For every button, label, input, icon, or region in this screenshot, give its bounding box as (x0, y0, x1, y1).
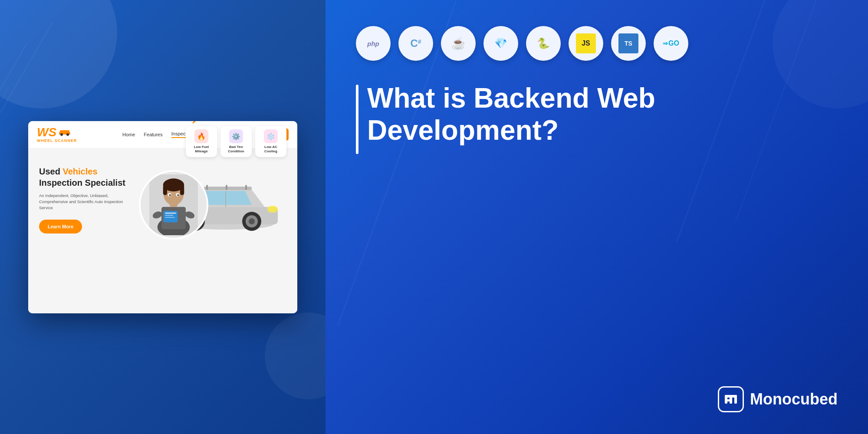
hero-heading-used: Used (39, 167, 62, 176)
tech-icons-row: php C # ☕ 💎 🐍 JS TS (356, 26, 838, 61)
nav-features[interactable]: Features (144, 132, 162, 137)
tech-icon-ruby: 💎 (483, 26, 518, 61)
svg-point-19 (177, 194, 179, 196)
low-ac-label: Low AC Cooling (260, 145, 282, 153)
svg-point-0 (60, 133, 63, 136)
svg-point-18 (169, 194, 171, 196)
svg-rect-33 (206, 185, 208, 190)
go-arrow-icon: ⇒ (663, 40, 668, 47)
ts-box: TS (618, 33, 638, 53)
low-fuel-label: Low Fuel Mileage (190, 145, 213, 153)
svg-rect-40 (725, 399, 731, 401)
right-panel: php C # ☕ 💎 🐍 JS TS (326, 0, 868, 434)
python-label: 🐍 (537, 37, 550, 49)
low-ac-icon: ❄️ (264, 129, 278, 143)
nav-home[interactable]: Home (122, 132, 135, 137)
mockup-hero: Used Vehicles Inspection Specialist An I… (28, 148, 297, 313)
svg-rect-32 (204, 187, 252, 190)
hero-text: Used Vehicles Inspection Specialist An I… (39, 166, 135, 234)
ts-label: TS (625, 40, 632, 47)
svg-rect-39 (725, 395, 737, 398)
right-heading-area: What is Backend Web Development? (356, 82, 838, 408)
badge-low-fuel: 🔥 Low Fuel Mileage (186, 126, 217, 157)
js-label: JS (582, 39, 590, 47)
heading-line1: What is Backend Web (367, 82, 655, 114)
go-label: GO (668, 39, 679, 47)
hero-heading-vehicles: Vehicles (62, 167, 97, 176)
js-box: JS (576, 33, 596, 53)
logo-ws-text: WS (37, 126, 56, 138)
bad-tire-icon: ⚙️ (229, 129, 243, 143)
tech-icon-python: 🐍 (526, 26, 561, 61)
tech-icon-ts: TS (611, 26, 646, 61)
go-icon: ⇒ GO (663, 39, 679, 47)
monocubed-logo-box (718, 386, 744, 412)
svg-point-31 (249, 218, 255, 224)
tech-icon-csharp: C # (398, 26, 433, 61)
svg-rect-8 (165, 212, 176, 214)
svg-rect-34 (226, 185, 227, 190)
svg-point-24 (267, 206, 278, 213)
java-label: ☕ (451, 37, 465, 50)
learn-more-button[interactable]: Learn More (39, 220, 82, 233)
csharp-label: C (410, 37, 418, 49)
heading-line2: Development? (367, 115, 559, 146)
php-label: php (367, 40, 379, 47)
hero-heading: Used Vehicles Inspection Specialist (39, 166, 135, 188)
tech-icon-java: ☕ (441, 26, 476, 61)
svg-rect-35 (245, 185, 247, 190)
low-fuel-icon: 🔥 (194, 129, 208, 143)
left-panel: WS WHEEL SCANNER Home Features Inspectio… (0, 0, 326, 434)
tech-icon-php: php (356, 26, 391, 61)
heading-bar (356, 85, 358, 154)
tech-icon-go: ⇒ GO (654, 26, 688, 61)
monocubed-label: Monocubed (750, 390, 838, 408)
badge-low-ac: ❄️ Low AC Cooling (255, 126, 286, 157)
bad-tire-label: Bad Tire Condition (225, 145, 247, 153)
badge-bad-tire: ⚙️ Bad Tire Condition (220, 126, 252, 157)
monocubed-branding: Monocubed (718, 386, 838, 412)
feature-badges: 🔥 Low Fuel Mileage ⚙️ Bad Tire Condition… (186, 126, 286, 157)
hero-description: An Independent, Objective, Unbiased, Com… (39, 193, 135, 211)
svg-rect-15 (180, 185, 184, 195)
monocubed-logo-icon (723, 391, 739, 407)
tech-icon-js: JS (569, 26, 603, 61)
hero-heading-line2: Inspection Specialist (39, 178, 125, 187)
arrow-decoration (191, 121, 213, 127)
mechanic-person-svg (148, 174, 200, 235)
main-heading: What is Backend Web Development? (367, 82, 655, 146)
ruby-label: 💎 (494, 37, 507, 49)
logo-area: WS WHEEL SCANNER (37, 126, 77, 143)
svg-rect-14 (163, 185, 167, 195)
svg-rect-9 (165, 215, 173, 216)
logo-car-icon (58, 128, 71, 136)
logo-subtitle: WHEEL SCANNER (37, 138, 77, 143)
website-mockup: WS WHEEL SCANNER Home Features Inspectio… (28, 121, 297, 313)
logo-ws: WS (37, 126, 77, 138)
svg-rect-10 (165, 217, 174, 218)
mechanic-circle-image (139, 170, 208, 240)
svg-point-1 (66, 133, 69, 136)
